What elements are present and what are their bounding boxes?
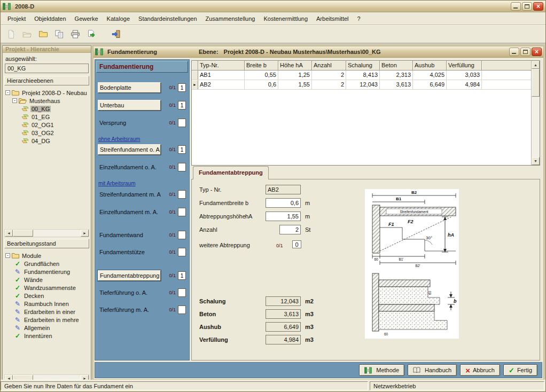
count-box[interactable] <box>178 163 186 171</box>
hierarchy-hscrollbar[interactable] <box>4 229 89 237</box>
module-item-innentueren[interactable]: Innentüren <box>4 332 89 340</box>
module-titlebar[interactable]: Fundamentierung Ebene:Projekt 2008-D - N… <box>93 46 543 58</box>
module-item-wandzusammenstellung[interactable]: Wandzusammenste <box>4 284 89 292</box>
menu-item-kostenermittlung[interactable]: Kostenermittlung <box>259 14 312 23</box>
scroll-thumb[interactable] <box>13 230 33 237</box>
column-header-breite[interactable]: Breite b <box>245 61 278 70</box>
folder-icon[interactable] <box>37 28 50 41</box>
scroll-up-button[interactable] <box>532 61 540 69</box>
abtreppungshoehe-input[interactable]: 1,55 <box>266 211 301 221</box>
count-box[interactable] <box>178 119 186 127</box>
menu-item-help[interactable]: ? <box>353 14 365 23</box>
count-box[interactable]: 1 <box>178 271 186 280</box>
streifenfundament-ma-label[interactable]: Streifenfundament m. A. <box>98 189 161 200</box>
tree-item-level-01eg[interactable]: 01_EG <box>4 113 89 121</box>
anzahl-input[interactable]: 2 <box>279 225 301 234</box>
count-box[interactable] <box>178 208 186 216</box>
column-header-schalung[interactable]: Schalung <box>346 61 380 70</box>
weitere-abtreppung-input[interactable]: 0 <box>292 240 301 248</box>
scroll-track[interactable] <box>33 230 81 237</box>
print-icon[interactable] <box>69 28 82 41</box>
column-header-verfuellung[interactable]: Verfüllung <box>447 61 482 70</box>
menu-item-gewerke[interactable]: Gewerke <box>71 14 103 23</box>
einzelfundament-oa-label[interactable]: Einzelfundament o. A. <box>98 162 161 173</box>
module-item-erdarbeiten-2[interactable]: Erdarbeiten in mehre <box>4 316 89 324</box>
column-header-aushub[interactable]: Aushub <box>413 61 447 70</box>
module-item-grundflaechen[interactable]: Grundflächen <box>4 260 89 268</box>
collapse-icon[interactable] <box>5 90 10 95</box>
tree-item-level-03og2[interactable]: 03_OG2 <box>4 129 89 137</box>
scroll-track[interactable] <box>532 97 540 157</box>
copy-icon[interactable] <box>53 28 66 41</box>
export-icon[interactable] <box>85 28 98 41</box>
tree-item-level-02og1[interactable]: 02_OG1 <box>4 121 89 129</box>
tree-item-level-04dg[interactable]: 04_DG <box>4 137 89 145</box>
column-header-beton[interactable]: Beton <box>380 61 413 70</box>
table-row-ab2-selected[interactable]: AB2 0,6 1,55 2 12,043 3,613 6,649 4,984 <box>192 80 531 90</box>
count-box[interactable] <box>178 288 186 297</box>
scroll-left-button[interactable] <box>5 230 13 237</box>
row-selector[interactable] <box>192 70 198 80</box>
column-header-anzahl[interactable]: Anzahl <box>312 61 346 70</box>
einzelfundament-ma-label[interactable]: Einzelfundament m. A. <box>98 207 161 217</box>
menu-item-projekt[interactable]: Projekt <box>3 14 30 23</box>
bodenplatte-button[interactable]: Bodenplatte <box>98 82 161 93</box>
tree-item-module-root[interactable]: Module <box>4 252 89 260</box>
abbruch-button[interactable]: Abbruch <box>460 364 500 376</box>
column-header-typ[interactable]: Typ-Nr. <box>198 61 245 70</box>
open-project-icon[interactable] <box>21 28 34 41</box>
tab-fundamentabtreppung[interactable]: Fundamentabtreppung <box>193 166 269 179</box>
module-maximize-button[interactable] <box>520 48 531 56</box>
tree-item-project-root[interactable]: Projekt 2008-D - Neubau <box>4 89 89 97</box>
module-item-fundamentierung[interactable]: Fundamentierung <box>4 268 89 276</box>
count-box[interactable] <box>178 190 186 199</box>
minimize-button[interactable] <box>511 2 521 11</box>
app-titlebar[interactable]: 2008-D <box>1 1 545 12</box>
fundamentbreite-input[interactable]: 0,6 <box>266 198 301 208</box>
count-box[interactable] <box>178 248 186 256</box>
current-row-marker-icon[interactable] <box>192 80 198 89</box>
table-vscrollbar[interactable] <box>531 61 540 165</box>
module-item-decken[interactable]: Decken <box>4 292 89 300</box>
new-document-icon[interactable] <box>5 28 18 41</box>
hierarchy-panel-title[interactable]: Projekt - Hierarchie <box>3 46 91 53</box>
scroll-down-button[interactable] <box>532 157 540 165</box>
module-item-erdarbeiten-1[interactable]: Erdarbeiten in einer <box>4 308 89 316</box>
module-item-allgemein[interactable]: Allgemein <box>4 324 89 332</box>
scroll-right-button[interactable] <box>81 230 89 237</box>
fundamentabtreppung-button[interactable]: Fundamentabtreppung <box>98 270 161 281</box>
maximize-button[interactable] <box>522 2 532 11</box>
close-button[interactable] <box>533 2 543 11</box>
collapse-icon[interactable] <box>12 98 17 103</box>
count-box[interactable]: 1 <box>178 83 186 92</box>
count-box[interactable] <box>178 231 186 239</box>
menu-item-kataloge[interactable]: Kataloge <box>103 14 134 23</box>
module-minimize-button[interactable] <box>509 48 519 56</box>
methode-button[interactable]: Methode <box>359 364 404 376</box>
count-box[interactable]: 1 <box>178 101 186 109</box>
module-close-button[interactable] <box>532 48 542 56</box>
exit-icon[interactable] <box>110 28 122 41</box>
streifenfundament-oa-button[interactable]: Streifenfundament o. A. <box>98 144 161 155</box>
menu-item-zusammenstellung[interactable]: Zusammenstellung <box>201 14 260 23</box>
column-header-hoehe[interactable]: Höhe hA <box>278 61 312 70</box>
count-box[interactable]: 1 <box>178 145 186 154</box>
unterbau-button[interactable]: Unterbau <box>98 100 161 111</box>
menu-item-arbeitsmittel[interactable]: Arbeitsmittel <box>312 14 353 23</box>
module-item-waende[interactable]: Wände <box>4 276 89 284</box>
fundamentwand-label[interactable]: Fundamentwand <box>98 230 161 240</box>
scroll-thumb[interactable] <box>532 69 540 97</box>
table-row-ab1[interactable]: AB1 0,55 1,25 2 8,413 2,313 4,025 3,033 <box>192 70 531 80</box>
fundamentstuetze-label[interactable]: Fundamentstütze <box>98 247 161 257</box>
module-item-raumbuch-innen[interactable]: Raumbuch Innen <box>4 300 89 308</box>
count-box[interactable] <box>178 305 186 314</box>
handbuch-button[interactable]: Handbuch <box>408 364 457 376</box>
collapse-icon[interactable] <box>5 253 10 258</box>
menu-item-standardeinstellungen[interactable]: Standardeinstellungen <box>134 14 201 23</box>
progress-header[interactable]: Bearbeitungsstand <box>4 239 89 248</box>
tieferfuehrung-oa-label[interactable]: Tieferführung o. A. <box>98 287 161 298</box>
tieferfuehrung-ma-label[interactable]: Tieferführung m. A. <box>98 304 161 315</box>
hierarchy-levels-header[interactable]: Hierarchieebenen <box>4 76 89 85</box>
fertig-button[interactable]: Fertig <box>503 364 537 376</box>
versprung-label[interactable]: Versprung <box>98 117 161 128</box>
